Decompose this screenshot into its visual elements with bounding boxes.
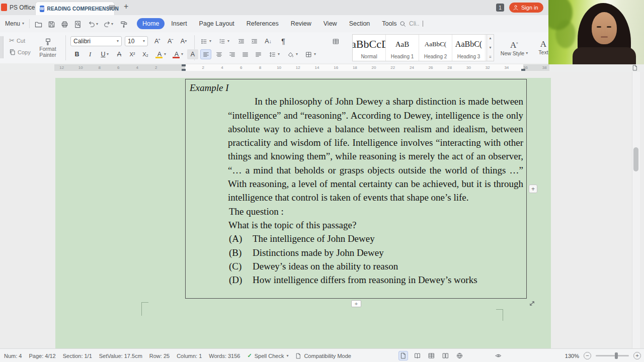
style-preset[interactable]: AaBbC( Heading 2 [419,35,452,61]
comments-icon[interactable] [107,3,117,13]
sign-in-button[interactable]: Sign in [509,3,543,13]
paste-button-partial[interactable] [0,36,4,58]
ribbon-tab[interactable]: Page Layout [194,18,240,29]
add-content-handle[interactable]: + [529,185,537,193]
ribbon-tab[interactable]: Section [344,18,376,29]
format-roller-button[interactable] [119,19,129,29]
ribbon-tab[interactable]: Review [285,18,317,29]
sort-button[interactable]: A↓ [263,36,274,46]
menu-button[interactable]: Menu▾ [5,20,24,27]
font-color-dropdown-icon[interactable]: ▾ [181,52,183,56]
distribute-button[interactable] [253,49,264,59]
superscript-button[interactable]: X² [127,49,138,59]
save-button[interactable] [46,19,56,29]
notification-badge[interactable]: 1 [496,4,504,12]
borders-dropdown-icon[interactable]: ▾ [314,52,316,56]
resize-diagonal-icon[interactable] [528,300,536,307]
compatibility-mode-indicator[interactable]: Compatibility Mode [295,353,351,359]
ribbon-tab[interactable]: Insert [166,18,192,29]
open-file-button[interactable] [33,19,43,29]
document-tab[interactable]: W READING COMPREHENSION [35,2,115,15]
more-styles-icon[interactable]: ≡ [489,55,492,59]
strikethrough-button[interactable]: A [114,49,125,59]
bullets-button[interactable] [198,36,209,46]
undo-dropdown-icon[interactable]: ▾ [96,22,98,26]
align-center-button[interactable] [213,49,224,59]
zoom-slider[interactable] [596,355,629,356]
underline-dropdown-icon[interactable]: ▾ [107,52,109,56]
font-family-select[interactable]: Calibri▾ [70,36,122,46]
char-shading-button[interactable]: A [187,49,198,59]
new-tab-button[interactable]: + [124,2,128,11]
redo-button[interactable] [102,19,112,29]
line-spacing-button[interactable] [267,49,278,59]
increase-indent-button[interactable] [249,36,260,46]
justify-button[interactable] [239,49,251,59]
style-preset[interactable]: AaBbCcDd Normal [353,35,386,61]
first-line-indent-marker[interactable] [182,64,186,66]
numbering-button[interactable] [216,36,227,46]
italic-button[interactable]: I [85,49,96,59]
redo-dropdown-icon[interactable]: ▾ [111,22,113,26]
text-box[interactable]: Example I In the philosophy of John Dewe… [185,79,527,299]
line-spacing-dropdown-icon[interactable]: ▾ [278,52,280,56]
print-preview-button[interactable] [72,19,83,29]
undo-button[interactable] [87,19,97,29]
clear-format-button[interactable]: A▾ [178,36,189,46]
borders-button[interactable] [303,49,314,59]
shrink-font-button[interactable]: A− [165,36,176,46]
styles-gallery-scroll[interactable]: ▴ ▾ ≡ [487,34,494,61]
hanging-indent-marker[interactable] [182,69,186,71]
format-painter-button[interactable]: Format Painter [33,35,62,61]
horizontal-ruler[interactable]: 12108642 2468101214161820222426283032343… [0,63,644,72]
shading-fill-button[interactable] [285,49,296,59]
ribbon-tab[interactable]: Tools [376,18,402,29]
copy-button[interactable]: Copy [9,49,31,55]
bullets-dropdown-icon[interactable]: ▾ [209,39,211,43]
insert-paragraph-below-button[interactable]: + [351,300,361,307]
scroll-up-icon[interactable]: ▴ [489,36,491,40]
web-layout-view-button[interactable] [455,351,464,360]
ribbon: ✂ Cut Copy Format Painter Calibri▾ 10▾ A… [0,32,644,64]
style-preset[interactable]: AaB Heading 1 [386,35,419,61]
cut-button[interactable]: ✂ Cut [9,37,25,44]
new-style-button[interactable]: A+ New Style▾ [498,34,530,61]
thumbnail-view-button[interactable] [427,351,436,360]
decrease-indent-button[interactable] [235,36,247,46]
align-right-button[interactable] [226,49,237,59]
ruler-toggle-icon[interactable] [632,65,638,71]
subscript-button[interactable]: X₂ [140,49,151,59]
zoom-slider-thumb[interactable] [615,352,618,359]
vertical-scrollbar[interactable] [632,72,640,348]
ribbon-tab[interactable]: References [241,18,284,29]
scrollbar-thumb[interactable] [633,147,638,171]
print-layout-view-button[interactable] [398,351,408,360]
font-size-select[interactable]: 10▾ [125,36,148,46]
option-text: The intelligence of John Dewey [253,232,375,245]
zoom-level-label[interactable]: 130% [565,353,579,359]
scroll-down-icon[interactable]: ▾ [489,46,491,50]
column-view-button[interactable] [441,351,450,360]
insert-table-grid-button[interactable] [330,36,341,46]
read-mode-button[interactable] [413,351,422,360]
ribbon-search[interactable]: Cli.. [399,20,423,27]
style-preset[interactable]: AaBbC( Heading 3 [452,35,486,61]
grow-font-button[interactable]: A+ [152,36,163,46]
zoom-in-button[interactable]: + [633,352,641,359]
right-indent-marker[interactable] [521,69,525,71]
align-left-button[interactable] [200,49,211,59]
ribbon-tab[interactable]: View [318,18,343,29]
print-button[interactable] [59,19,69,29]
highlight-dropdown-icon[interactable]: ▾ [164,52,166,56]
bold-button[interactable]: B [71,49,83,59]
highlight-color-button[interactable]: A [154,49,165,59]
show-marks-button[interactable]: ¶ [278,36,289,46]
eye-protection-button[interactable] [494,351,503,360]
shading-dropdown-icon[interactable]: ▾ [296,52,298,56]
font-color-button[interactable]: A [171,49,182,59]
ribbon-tab[interactable]: Home [137,18,165,29]
numbering-dropdown-icon[interactable]: ▾ [227,39,229,43]
spell-check-button[interactable]: ✓ Spell Check ▾ [247,352,288,359]
zoom-out-button[interactable]: − [584,352,591,359]
option-text: How intelligence differs from reasoning … [253,273,477,287]
